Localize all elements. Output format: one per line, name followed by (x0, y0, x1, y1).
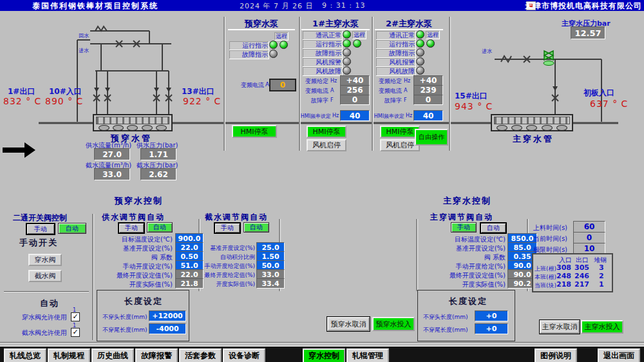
divider (375, 29, 443, 30)
nav-fault-alarm[interactable]: 故障报警 (135, 348, 178, 362)
out-count: 305 (574, 263, 589, 272)
pipe-label-in: 进水 (79, 47, 89, 54)
bottom-nav-bar: 轧线总览 轧制规程 历史曲线 故障报警 活套参数 设备诊断 穿水控制 轧辊管理 … (0, 346, 644, 362)
hmi-stop-pump-button[interactable]: HMI停泵 (307, 126, 346, 138)
green-valve-icon (544, 51, 554, 66)
hmi-freq-set-value[interactable]: 40 (340, 110, 370, 121)
head-length-value[interactable]: +12000 (149, 310, 186, 321)
out-count: 246 (574, 272, 589, 280)
timer-label: 上料时间(s) (533, 224, 567, 233)
run-led-icon (343, 39, 351, 48)
setting-label: 目标温度设定(℃) (425, 235, 506, 244)
fan-start-stop-button[interactable]: 风机启停 (380, 139, 420, 151)
tail-length-value[interactable]: +0 (475, 323, 508, 334)
hmi-stop-pump-button[interactable]: HMI停泵 (232, 125, 277, 138)
cut-auto-toggle[interactable]: 自动 (243, 222, 269, 233)
temp-value: 922 ° C (183, 96, 221, 106)
fault-word-label: 故障字 (374, 97, 402, 105)
unit-label: A (330, 88, 334, 93)
nav-mill-overview[interactable]: 轧线总览 (4, 348, 46, 362)
tail-length-value[interactable]: -4000 (149, 323, 186, 334)
fault-word-value: 0 (340, 95, 370, 105)
fault-word-label: 故障字 (300, 97, 328, 105)
freq-ref-label: 变频给定 (374, 77, 402, 86)
divider (223, 17, 225, 151)
row-label: 上班(根) (535, 265, 556, 273)
cut-valve-button[interactable]: 截水阀 (28, 270, 62, 282)
run-indicator-label: 运行指示 (376, 40, 416, 49)
pre-control-subtitle: 供水调节阀自动 (102, 212, 165, 223)
nav-exit-screen[interactable]: 退出画面 (598, 348, 640, 362)
length-setting-pre-panel: 长度设定 不穿头长度(mm) +12000 不穿尾长度(mm) -4000 (97, 290, 189, 341)
timer-value: 60 (573, 221, 605, 233)
nav-looper-params[interactable]: 活套参数 (179, 348, 222, 362)
panel-title: 预穿水泵 (227, 18, 296, 30)
pre-water-cancel-button[interactable]: 预穿水取消 (327, 317, 370, 331)
setting-label: 阀 系数 (425, 253, 506, 262)
run-led2-icon (353, 39, 361, 48)
panel-title: 长度设定 (449, 296, 488, 307)
cut-valve-enable-checkbox[interactable] (71, 328, 80, 337)
main-water-engage-button[interactable]: 主穿水投入 (581, 320, 623, 334)
flow-direction-arrow (3, 148, 24, 153)
temp-value: 890 ° C (45, 96, 83, 106)
divider (228, 29, 295, 30)
fault-led-icon (269, 50, 278, 58)
pierce-valve-button[interactable]: 穿水阀 (28, 254, 62, 266)
pierce-valve-enable-checkbox[interactable] (71, 312, 80, 321)
comm-ok-label: 通讯正常 (303, 31, 343, 40)
hmi-freq-set-label: HMI频率设定 (374, 113, 404, 120)
cut-flow-value: 33.0 (94, 168, 130, 180)
free-operation-button[interactable]: 自由操作 (415, 129, 448, 146)
nav-rolling-schedule[interactable]: 轧制规程 (48, 348, 90, 362)
unit-label: Hz (330, 78, 337, 84)
inverter-current-value: 239 (413, 85, 443, 95)
pre-auto-toggle[interactable]: 自动 (147, 222, 173, 233)
inverter-current-value: 256 (340, 85, 370, 95)
unit-label: Hz (404, 78, 410, 84)
main-water-cancel-button[interactable]: 主穿水取消 (540, 320, 580, 334)
setting-label: 手动开度给定值(%) (193, 262, 255, 271)
main-pressure-value: 12.57 (571, 26, 605, 39)
cut-control-title: 截水调节阀自动 (205, 212, 268, 223)
inverter-current-label: 变频电流 (228, 81, 264, 90)
setting-label: 自动积分比例 (193, 253, 255, 262)
feedback-value: 33.4 (256, 278, 285, 289)
head-length-value[interactable]: +0 (475, 310, 508, 321)
nav-piercing-water-control[interactable]: 穿水控制 (303, 348, 345, 362)
nav-history-curve[interactable]: 历史曲线 (91, 348, 134, 362)
cut-manual-toggle[interactable]: 手动 (214, 222, 241, 234)
temp-point-name: 初板入口 (583, 88, 614, 99)
valve-manual-toggle[interactable]: 手动 (26, 223, 55, 235)
nav-equipment-diagnosis[interactable]: 设备诊断 (223, 348, 265, 362)
tail-length-label: 不穿尾长度(mm) (102, 326, 147, 334)
flow-direction-arrow-head (24, 142, 35, 158)
fan-start-stop-button[interactable]: 风机启停 (307, 139, 346, 151)
panel-pump1: 1#主穿水泵 通讯正常 远程 运行指示 故障指示 风机报警 风机故障 变频给定 … (300, 18, 371, 153)
nozzle-hatch (96, 117, 169, 124)
hmi-freq-set-value[interactable]: 40 (413, 110, 443, 121)
fault-indicator-label: 故障指示 (376, 49, 416, 58)
nav-legend[interactable]: 图例说明 (535, 348, 577, 362)
length-setting-main-panel: 长度设定 不穿头长度(mm) +0 不穿尾长度(mm) +0 (417, 290, 515, 341)
fault-word-value: 0 (413, 95, 443, 105)
divider (416, 219, 418, 291)
auto-section-title: 自动 (40, 298, 59, 309)
fault-indicator-label: 故障指示 (303, 49, 343, 58)
main-manual-toggle[interactable]: 手动 (451, 222, 477, 233)
setting-label: 基准开度设定(%) (193, 244, 255, 252)
valve-auto-toggle[interactable]: 自动 (58, 223, 86, 234)
inverter-current-value: 0 (269, 79, 296, 91)
main-auto-toggle[interactable]: 自动 (480, 222, 507, 234)
pre-water-engage-button[interactable]: 预穿水投入 (372, 317, 415, 331)
manual-switch-title: 手动开关 (19, 237, 58, 249)
hmi-stop-pump-button[interactable]: HMI停泵 (380, 126, 420, 138)
remote-label: 远程 (426, 31, 440, 39)
freq-ref-label: 变频给定 (300, 77, 328, 86)
cobble-count: 3 (599, 263, 604, 272)
divider (92, 214, 94, 340)
cobble-count: 2 (599, 272, 604, 280)
pierce-valve-enable-label: 穿水阀允许使用 (22, 313, 67, 322)
nav-roll-management[interactable]: 轧辊管理 (346, 348, 389, 362)
pre-manual-toggle[interactable]: 手动 (118, 222, 145, 234)
